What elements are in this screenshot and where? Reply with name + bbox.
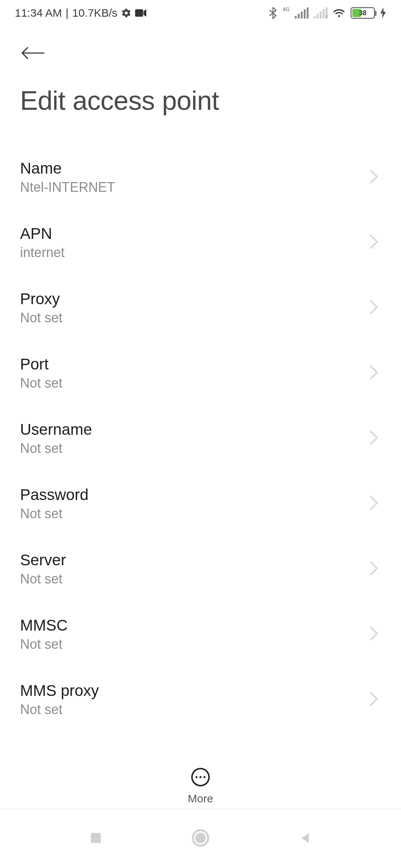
svg-point-3	[199, 776, 201, 778]
row-value: Ntel-INTERNET	[20, 180, 115, 195]
svg-point-4	[203, 776, 205, 778]
svg-point-2	[195, 776, 197, 778]
row-username[interactable]: Username Not set	[0, 407, 401, 472]
row-value: Not set	[20, 506, 88, 522]
chevron-right-icon	[369, 560, 379, 578]
row-label: MMS proxy	[20, 682, 99, 700]
row-mms-proxy[interactable]: MMS proxy Not set	[0, 668, 401, 733]
row-label: Username	[20, 421, 92, 438]
chevron-right-icon	[369, 169, 379, 186]
back-button[interactable]	[20, 45, 46, 63]
status-right: 4G 38	[268, 7, 386, 19]
row-label: MMSC	[20, 617, 68, 634]
appbar	[0, 26, 401, 70]
bottom-bar: More	[0, 757, 401, 805]
row-value: Not set	[20, 571, 66, 587]
row-value: Not set	[20, 702, 99, 717]
svg-rect-0	[135, 9, 143, 17]
wifi-icon	[333, 8, 345, 18]
chevron-right-icon	[369, 495, 379, 512]
signal-sim2-icon	[314, 7, 327, 19]
row-label: Port	[20, 355, 62, 373]
camera-icon	[135, 9, 146, 17]
svg-point-7	[195, 833, 206, 844]
chevron-right-icon	[369, 691, 379, 708]
page-title: Edit access point	[0, 70, 401, 145]
row-apn[interactable]: APN internet	[0, 211, 401, 276]
more-label: More	[188, 792, 213, 805]
row-value: Not set	[20, 441, 92, 456]
status-netspeed: 10.7KB/s	[72, 7, 118, 19]
row-server[interactable]: Server Not set	[0, 537, 401, 602]
bluetooth-icon	[268, 7, 277, 19]
row-label: Server	[20, 551, 66, 569]
more-button[interactable]: More	[188, 767, 213, 805]
row-label: APN	[20, 225, 65, 243]
system-nav-bar	[0, 809, 401, 868]
home-button[interactable]	[191, 828, 210, 849]
row-password[interactable]: Password Not set	[0, 472, 401, 537]
status-left: 11:34 AM | 10.7KB/s	[15, 7, 146, 19]
row-label: Name	[20, 160, 115, 177]
row-name[interactable]: Name Ntel-INTERNET	[0, 145, 401, 211]
row-value: internet	[20, 245, 65, 260]
back-nav-button[interactable]	[298, 831, 313, 847]
row-label: Password	[20, 486, 88, 504]
signal-sim1-icon	[295, 7, 309, 19]
status-separator: |	[66, 7, 69, 19]
chevron-right-icon	[369, 430, 379, 447]
row-port[interactable]: Port Not set	[0, 341, 401, 407]
settings-list: Name Ntel-INTERNET APN internet Proxy No…	[0, 145, 401, 733]
row-mmsc[interactable]: MMSC Not set	[0, 602, 401, 668]
chevron-right-icon	[369, 626, 379, 643]
chevron-right-icon	[369, 365, 379, 382]
status-time: 11:34 AM	[15, 7, 62, 19]
chevron-right-icon	[369, 234, 379, 251]
chevron-right-icon	[369, 299, 379, 316]
svg-rect-5	[91, 833, 101, 843]
row-label: Proxy	[20, 290, 62, 308]
charging-icon	[380, 7, 386, 19]
row-value: Not set	[20, 310, 62, 326]
row-value: Not set	[20, 375, 62, 391]
recent-apps-button[interactable]	[88, 831, 103, 847]
battery-icon: 38	[351, 7, 375, 19]
row-proxy[interactable]: Proxy Not set	[0, 276, 401, 341]
status-bar: 11:34 AM | 10.7KB/s 4G 38	[0, 0, 401, 26]
more-icon	[190, 767, 211, 787]
row-value: Not set	[20, 637, 68, 652]
settings-icon	[121, 8, 131, 18]
4g-label: 4G	[283, 6, 290, 12]
